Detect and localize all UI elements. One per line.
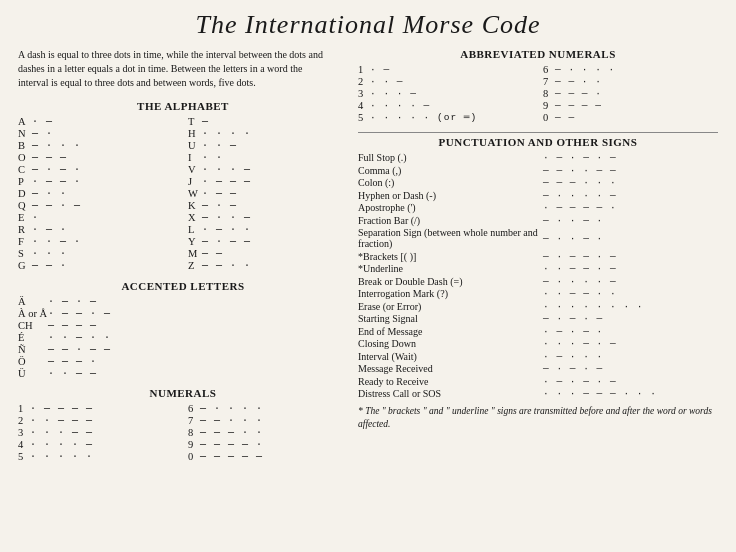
alpha-morse: — — · —: [32, 200, 81, 211]
numeral-row: 4· · · · —: [18, 439, 178, 450]
num-morse: · — — — —: [30, 403, 93, 414]
punct-label: Full Stop (.): [358, 152, 543, 163]
num-morse: — · · · ·: [200, 403, 263, 414]
alpha-morse: · ·: [202, 152, 223, 163]
accented-morse: · · — · ·: [48, 332, 111, 343]
abbrev-grid: 1· —6— · · · ·2· · —7— — · ·3· · · —8— —…: [358, 64, 718, 124]
alpha-morse: — — · ·: [202, 260, 251, 271]
punct-row: Comma (,)— — · · — —: [358, 165, 718, 176]
alpha-letter: I: [188, 152, 202, 163]
punct-morse: · — · — · —: [543, 376, 617, 387]
alpha-letter: N: [18, 128, 32, 139]
numeral-row: 6— · · · ·: [188, 403, 348, 414]
punct-row: Ready to Receive· — · — · —: [358, 376, 718, 387]
alpha-morse: — — —: [32, 152, 67, 163]
numeral-row: 2· · — — —: [18, 415, 178, 426]
num-label: 1: [18, 403, 30, 414]
abbrev-row: 5· · · · · (or ═): [358, 112, 533, 123]
abbrev-num: 2: [358, 76, 370, 87]
alpha-letter: L: [188, 224, 202, 235]
punct-morse: · · · — · —: [543, 338, 617, 349]
punct-morse: — · — — · —: [543, 251, 617, 262]
alpha-morse: — · · ·: [32, 140, 81, 151]
accented-letter: CH: [18, 320, 48, 331]
alphabet-row: K— · —: [188, 200, 348, 211]
numerals-grid: 1· — — — —6— · · · ·2· · — — —7— — · · ·…: [18, 403, 348, 463]
accented-morse: · — — · —: [48, 308, 111, 319]
abbrev-num: 0: [543, 112, 555, 123]
abbrev-morse: — · · · ·: [555, 64, 615, 75]
punct-morse: — · · — ·: [543, 233, 603, 244]
intro-text: A dash is equal to three dots in time, w…: [18, 48, 328, 90]
accented-morse: · — · —: [48, 296, 97, 307]
alpha-morse: · — — ·: [32, 176, 81, 187]
punct-morse: · · · — — — · · ·: [543, 388, 657, 399]
alpha-letter: X: [188, 212, 202, 223]
punct-morse: · · — — · —: [543, 263, 617, 274]
accented-morse: — — — —: [48, 320, 97, 331]
alpha-morse: —: [202, 116, 209, 127]
punct-label: Distress Call or SOS: [358, 388, 543, 399]
alphabet-row: P· — — ·: [18, 176, 178, 187]
alphabet-row: V· · · —: [188, 164, 348, 175]
numeral-row: 1· — — — —: [18, 403, 178, 414]
num-label: 8: [188, 427, 200, 438]
numeral-row: 3· · · — —: [18, 427, 178, 438]
punct-row: End of Message· — · — ·: [358, 326, 718, 337]
alpha-morse: · · —: [202, 140, 237, 151]
alpha-letter: H: [188, 128, 202, 139]
alpha-morse: — · —: [202, 200, 237, 211]
abbrev-row: 2· · —: [358, 76, 533, 87]
alpha-morse: — — ·: [32, 260, 67, 271]
punct-row: Break or Double Dash (=)— · · · · —: [358, 276, 718, 287]
abbrev-morse: — — — —: [555, 100, 602, 111]
alpha-letter: W: [188, 188, 202, 199]
alpha-letter: A: [18, 116, 32, 127]
alphabet-row: F· · — ·: [18, 236, 178, 247]
alpha-morse: — ·: [32, 128, 53, 139]
accented-row: CH— — — —: [18, 320, 348, 331]
footnote: * The " brackets " and " underline " sig…: [358, 405, 718, 432]
alpha-letter: U: [188, 140, 202, 151]
alphabet-row: D— · ·: [18, 188, 178, 199]
accented-grid: Ä· — · —À or Å· — — · —CH— — — —É· · — ·…: [18, 296, 348, 379]
punct-label: Fraction Bar (/): [358, 215, 543, 226]
alpha-letter: P: [18, 176, 32, 187]
abbrev-row: 1· —: [358, 64, 533, 75]
accented-row: Ñ— — · — —: [18, 344, 348, 355]
abbrev-num: 9: [543, 100, 555, 111]
alpha-letter: Q: [18, 200, 32, 211]
num-label: 0: [188, 451, 200, 462]
alphabet-row: T—: [188, 116, 348, 127]
num-label: 5: [18, 451, 30, 462]
punct-morse: — · · · · —: [543, 190, 617, 201]
alpha-letter: C: [18, 164, 32, 175]
abbrev-morse: — — · ·: [555, 76, 602, 87]
alpha-letter: M: [188, 248, 202, 259]
alphabet-row: M— —: [188, 248, 348, 259]
accented-row: É· · — · ·: [18, 332, 348, 343]
alpha-morse: ·: [32, 212, 39, 223]
alphabet-row: L· — · ·: [188, 224, 348, 235]
alphabet-row: B— · · ·: [18, 140, 178, 151]
alpha-morse: — —: [202, 248, 223, 259]
punct-title: PUNCTUATION AND OTHER SIGNS: [358, 136, 718, 148]
alphabet-row: C— · — ·: [18, 164, 178, 175]
alpha-morse: · · · ·: [202, 128, 251, 139]
accented-morse: · · — —: [48, 368, 97, 379]
num-label: 6: [188, 403, 200, 414]
num-morse: · · · · —: [30, 439, 93, 450]
punct-label: Starting Signal: [358, 313, 543, 324]
alphabet-row: W· — —: [188, 188, 348, 199]
alpha-morse: · — —: [202, 188, 237, 199]
punct-morse: · — · · ·: [543, 351, 603, 362]
punct-morse: · — · — ·: [543, 326, 603, 337]
punct-label: Message Received: [358, 363, 543, 374]
punct-label: *Brackets [( )]: [358, 251, 543, 262]
abbrev-morse: · · —: [370, 76, 404, 87]
alpha-letter: D: [18, 188, 32, 199]
alphabet-row: H· · · ·: [188, 128, 348, 139]
alpha-letter: F: [18, 236, 32, 247]
punct-morse: · — · — · —: [543, 152, 617, 163]
numeral-row: 7— — · · ·: [188, 415, 348, 426]
